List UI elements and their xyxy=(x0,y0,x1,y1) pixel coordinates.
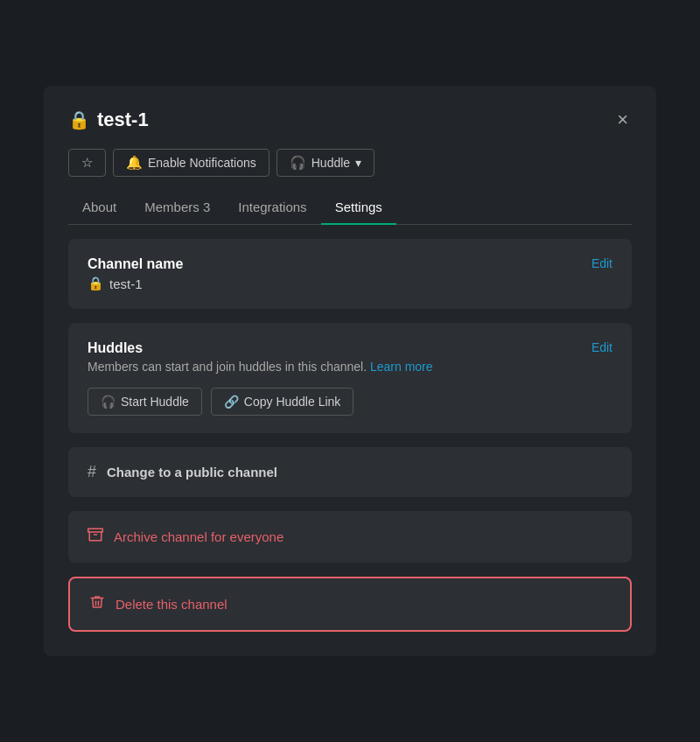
lock-icon: 🔒 xyxy=(68,109,90,130)
channel-settings-modal: 🔒 test-1 × ☆ 🔔 Enable Notifications 🎧 Hu… xyxy=(44,86,656,656)
tab-about[interactable]: About xyxy=(68,192,130,225)
star-button[interactable]: ☆ xyxy=(68,149,106,177)
channel-name-title: Channel name xyxy=(88,256,183,272)
tabs: About Members 3 Integrations Settings xyxy=(68,192,632,225)
archive-channel-label: Archive channel for everyone xyxy=(114,529,284,544)
enable-notifications-button[interactable]: 🔔 Enable Notifications xyxy=(113,149,270,177)
channel-name-edit-link[interactable]: Edit xyxy=(592,256,612,270)
chevron-down-icon: ▾ xyxy=(355,156,361,170)
change-to-public-label: Change to a public channel xyxy=(107,465,277,480)
huddle-label: Huddle xyxy=(312,156,350,170)
start-huddle-button[interactable]: 🎧 Start Huddle xyxy=(88,388,202,416)
settings-content: Channel name 🔒 test-1 Edit Huddles Membe… xyxy=(68,239,632,632)
modal-title: 🔒 test-1 xyxy=(68,108,149,131)
star-icon: ☆ xyxy=(81,155,93,171)
change-to-public-item[interactable]: # Change to a public channel xyxy=(68,447,632,497)
lock-small-icon: 🔒 xyxy=(88,276,104,291)
start-huddle-label: Start Huddle xyxy=(121,395,189,409)
channel-name-header: Channel name 🔒 test-1 Edit xyxy=(88,256,612,291)
huddles-title: Huddles xyxy=(88,340,433,356)
delete-channel-item[interactable]: Delete this channel xyxy=(68,577,632,632)
bell-icon: 🔔 xyxy=(126,155,143,171)
toolbar: ☆ 🔔 Enable Notifications 🎧 Huddle ▾ xyxy=(68,149,632,177)
huddles-desc-text: Members can start and join huddles in th… xyxy=(88,360,367,374)
huddles-actions: 🎧 Start Huddle 🔗 Copy Huddle Link xyxy=(88,388,612,416)
modal-header: 🔒 test-1 × xyxy=(68,107,632,133)
svg-rect-0 xyxy=(88,528,103,532)
channel-name-text: test-1 xyxy=(109,276,143,291)
learn-more-link[interactable]: Learn more xyxy=(370,360,433,374)
channel-title: test-1 xyxy=(97,108,149,131)
delete-channel-label: Delete this channel xyxy=(116,597,228,612)
tab-settings[interactable]: Settings xyxy=(321,192,396,225)
copy-huddle-link-label: Copy Huddle Link xyxy=(244,395,341,409)
hash-icon: # xyxy=(88,463,96,481)
channel-name-info: Channel name 🔒 test-1 xyxy=(88,256,183,291)
headphone-small-icon: 🎧 xyxy=(101,395,116,409)
copy-huddle-link-button[interactable]: 🔗 Copy Huddle Link xyxy=(211,388,354,416)
archive-channel-item[interactable]: Archive channel for everyone xyxy=(68,511,632,563)
notifications-label: Enable Notifications xyxy=(148,156,256,170)
huddles-card: Huddles Members can start and join huddl… xyxy=(68,323,632,433)
tab-members[interactable]: Members 3 xyxy=(130,192,224,225)
huddles-info: Huddles Members can start and join huddl… xyxy=(88,340,433,374)
huddles-edit-link[interactable]: Edit xyxy=(592,340,612,354)
archive-icon xyxy=(88,527,103,547)
trash-icon xyxy=(89,594,105,614)
channel-name-card: Channel name 🔒 test-1 Edit xyxy=(68,239,632,309)
huddles-header: Huddles Members can start and join huddl… xyxy=(88,340,612,374)
headphone-icon: 🎧 xyxy=(290,155,306,171)
huddles-description: Members can start and join huddles in th… xyxy=(88,360,433,374)
tab-integrations[interactable]: Integrations xyxy=(224,192,320,225)
link-icon: 🔗 xyxy=(224,395,239,409)
huddle-button[interactable]: 🎧 Huddle ▾ xyxy=(276,149,374,177)
close-button[interactable]: × xyxy=(613,107,632,133)
channel-name-value: 🔒 test-1 xyxy=(88,276,183,291)
